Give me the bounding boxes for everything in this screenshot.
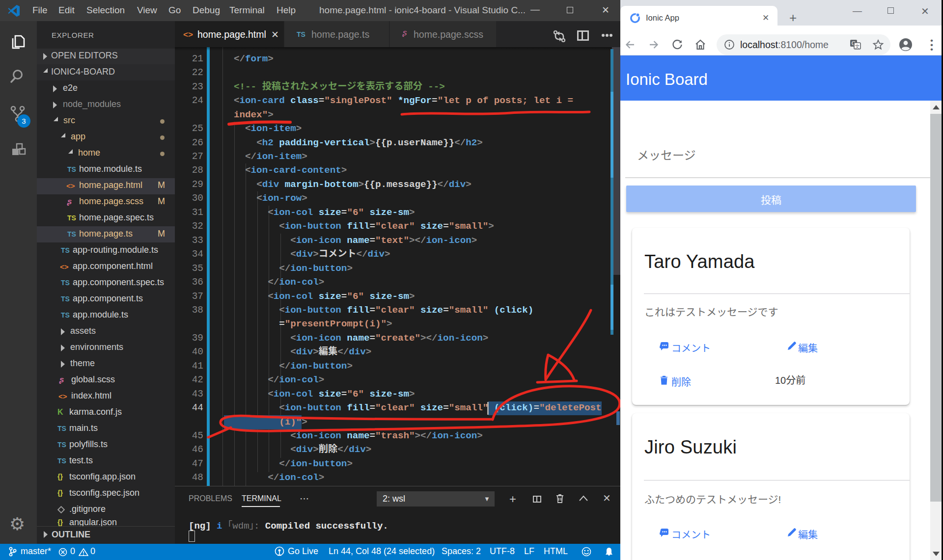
svg-text:文: 文 — [855, 44, 860, 49]
